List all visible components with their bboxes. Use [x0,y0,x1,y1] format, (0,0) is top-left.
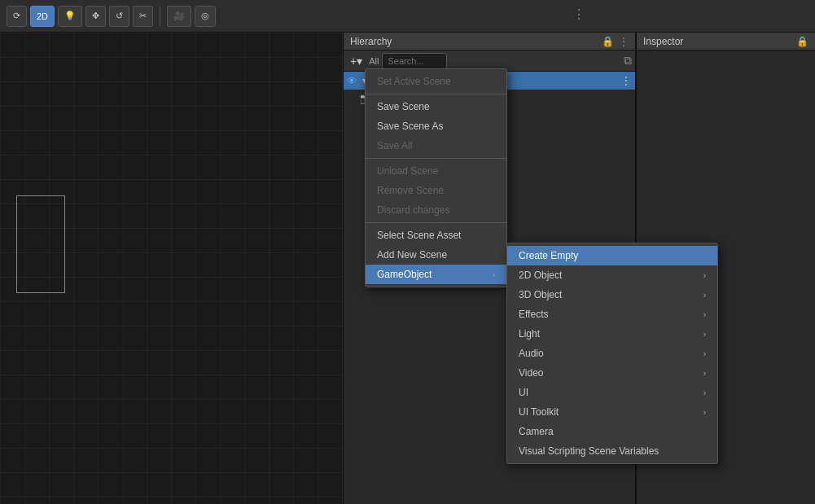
ctx-audio[interactable]: Audio › [507,344,717,363]
hierarchy-add-btn[interactable]: +▾ [347,53,366,69]
toolbar-scale-btn[interactable]: ✂ [133,6,153,27]
inspector-lock-icon[interactable]: 🔒 [796,36,808,47]
toolbar-2d-btn[interactable]: 2D [30,6,55,27]
ctx-ui-toolkit[interactable]: UI Toolkit › [507,402,717,422]
ctx-save-scene[interactable]: Save Scene [366,97,506,116]
ctx-3d-object[interactable]: 3D Object › [507,285,717,305]
hierarchy-lock-icon[interactable]: 🔒 [602,36,614,47]
ctx-3d-arrow: › [703,291,706,300]
ctx-light[interactable]: Light › [507,324,717,344]
ctx-ui-toolkit-arrow: › [703,408,706,417]
ctx-video[interactable]: Video › [507,363,717,383]
ctx-add-new-scene[interactable]: Add New Scene [366,245,506,265]
ctx-2d-arrow: › [703,271,706,280]
hierarchy-search-input[interactable] [382,53,447,69]
ctx-effects-arrow: › [703,310,706,319]
ctx-unload-scene[interactable]: Unload Scene [366,161,506,181]
ctx-audio-arrow: › [703,349,706,358]
ctx-game-object[interactable]: GameObject › [366,265,506,284]
ctx-light-arrow: › [703,330,706,339]
scene-rect [16,195,65,293]
ctx-select-scene-asset[interactable]: Select Scene Asset [366,226,506,245]
toolbar-dots: ⋮ [572,7,587,22]
ctx-2d-object[interactable]: 2D Object › [507,265,717,285]
toolbar-gizmo-btn[interactable]: ◎ [195,6,216,27]
top-toolbar: ⟳ 2D 💡 ✥ ↺ ✂ 🎥 ◎ ⋮ [0,0,815,33]
scene-context-menu: Set Active Scene Save Scene Save Scene A… [365,68,507,287]
toolbar-camera-btn[interactable]: 🎥 [167,6,191,27]
ctx-save-all[interactable]: Save All [366,136,506,156]
ctx-camera[interactable]: Camera [507,422,717,441]
toolbar-rotate2-btn[interactable]: ↺ [109,6,129,27]
ctx-sep-1 [366,94,506,94]
toolbar-rotate-btn[interactable]: ⟳ [7,6,27,27]
hierarchy-end-icon[interactable]: ⧉ [624,54,632,68]
ctx-game-object-arrow: › [493,270,495,279]
ctx-sep-2 [366,158,506,159]
hierarchy-header: Hierarchy 🔒 ⋮ [344,33,635,50]
ctx-ui-arrow: › [703,388,706,397]
toolbar-move-btn[interactable]: ✥ [85,6,106,27]
hierarchy-tab-label: Hierarchy [350,36,392,47]
main-layout: Hierarchy 🔒 ⋮ +▾ All ⧉ 👁 ▾ Practice005 ⋮… [0,33,815,504]
hierarchy-dots-icon[interactable]: ⋮ [619,36,629,47]
gameobject-submenu: Create Empty 2D Object › 3D Object › Eff… [506,243,718,464]
ctx-video-arrow: › [703,369,706,378]
scene-kebab-icon[interactable]: ⋮ [620,74,632,87]
hierarchy-panel: Hierarchy 🔒 ⋮ +▾ All ⧉ 👁 ▾ Practice005 ⋮… [343,33,636,504]
inspector-tab-label: Inspector [643,36,683,47]
toolbar-light-btn[interactable]: 💡 [58,6,82,27]
hierarchy-all-label: All [369,56,379,66]
ctx-ui[interactable]: UI › [507,383,717,402]
toolbar-divider-1 [160,7,160,26]
scene-panel [0,33,343,504]
inspector-header: Inspector 🔒 [637,33,815,50]
ctx-set-active-scene[interactable]: Set Active Scene [366,72,506,91]
ctx-sep-3 [366,222,506,223]
ctx-effects[interactable]: Effects › [507,305,717,324]
ctx-remove-scene[interactable]: Remove Scene [366,181,506,200]
ctx-save-scene-as[interactable]: Save Scene As [366,116,506,136]
scene-eye-icon[interactable]: 👁 [347,75,357,87]
ctx-create-empty[interactable]: Create Empty [507,246,717,265]
ctx-visual-scripting[interactable]: Visual Scripting Scene Variables [507,441,717,461]
ctx-discard-changes[interactable]: Discard changes [366,200,506,220]
scene-grid [0,33,343,504]
